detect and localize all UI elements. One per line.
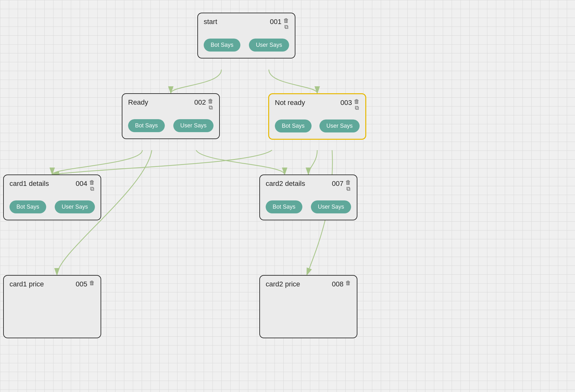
- node-not-ready-copy-btn[interactable]: ⧉: [354, 105, 360, 111]
- flow-canvas: start 001 🗑 ⧉ Bot Says User Says Ready 0…: [0, 0, 575, 392]
- node-not-ready-delete-btn[interactable]: 🗑: [354, 99, 360, 104]
- node-card1-details: card1 details 004 🗑 ⧉ Bot Says User Says: [3, 175, 101, 220]
- node-card1-price-id-area: 005 🗑: [76, 280, 95, 288]
- node-ready-bot-btn[interactable]: Bot Says: [128, 119, 165, 132]
- node-ready-copy-btn[interactable]: ⧉: [208, 105, 213, 110]
- node-card2-details-icons: 🗑 ⧉: [345, 180, 351, 192]
- node-start-id-area: 001 🗑 ⧉: [270, 18, 289, 30]
- node-card2-price: card2 price 008 🗑: [259, 275, 357, 338]
- node-card2-details-id-area: 007 🗑 ⧉: [332, 180, 351, 192]
- node-card2-price-icons: 🗑: [345, 280, 351, 286]
- node-not-ready-user-btn[interactable]: User Says: [319, 119, 360, 132]
- node-card2-details-id: 007: [332, 180, 343, 188]
- node-card1-details-id-area: 004 🗑 ⧉: [76, 180, 95, 192]
- node-card1-price-title: card1 price: [9, 280, 44, 288]
- node-card2-details-user-btn[interactable]: User Says: [311, 200, 351, 213]
- node-start: start 001 🗑 ⧉ Bot Says User Says: [197, 13, 295, 58]
- node-not-ready-icons: 🗑 ⧉: [354, 99, 360, 111]
- node-start-user-btn[interactable]: User Says: [249, 39, 289, 52]
- node-card2-price-header: card2 price 008 🗑: [266, 280, 351, 288]
- node-start-bot-btn[interactable]: Bot Says: [204, 39, 240, 52]
- node-start-title: start: [204, 18, 217, 26]
- node-start-id: 001: [270, 18, 281, 26]
- node-card2-price-id: 008: [332, 280, 343, 288]
- node-card2-details: card2 details 007 🗑 ⧉ Bot Says User Says: [259, 175, 357, 220]
- node-card2-details-header: card2 details 007 🗑 ⧉: [266, 180, 351, 192]
- node-ready-icons: 🗑 ⧉: [208, 98, 213, 110]
- node-card1-details-copy-btn[interactable]: ⧉: [89, 186, 95, 192]
- node-card2-details-buttons: Bot Says User Says: [266, 200, 351, 213]
- node-not-ready-id: 003: [340, 99, 352, 107]
- node-not-ready: Not ready 003 🗑 ⧉ Bot Says User Says: [268, 93, 366, 140]
- node-card1-price-id: 005: [76, 280, 87, 288]
- node-ready-buttons: Bot Says User Says: [128, 119, 213, 132]
- node-card2-details-title: card2 details: [266, 180, 305, 188]
- node-card1-details-title: card1 details: [9, 180, 49, 188]
- node-ready-user-btn[interactable]: User Says: [173, 119, 213, 132]
- node-card2-price-delete-btn[interactable]: 🗑: [345, 280, 351, 286]
- node-card1-details-id: 004: [76, 180, 87, 188]
- node-start-icons: 🗑 ⧉: [283, 18, 289, 30]
- node-ready-id-area: 002 🗑 ⧉: [194, 98, 213, 110]
- node-card2-details-delete-btn[interactable]: 🗑: [345, 180, 351, 185]
- node-not-ready-bot-btn[interactable]: Bot Says: [275, 119, 312, 132]
- node-card2-details-copy-btn[interactable]: ⧉: [345, 186, 351, 192]
- node-not-ready-id-area: 003 🗑 ⧉: [340, 99, 360, 111]
- node-card2-price-id-area: 008 🗑: [332, 280, 351, 288]
- node-card1-details-icons: 🗑 ⧉: [89, 180, 95, 192]
- node-card1-details-delete-btn[interactable]: 🗑: [89, 180, 95, 185]
- node-card1-price-delete-btn[interactable]: 🗑: [89, 280, 95, 286]
- node-card1-details-buttons: Bot Says User Says: [9, 200, 95, 213]
- node-start-delete-btn[interactable]: 🗑: [283, 18, 289, 23]
- node-card2-price-title: card2 price: [266, 280, 300, 288]
- node-start-header: start 001 🗑 ⧉: [204, 18, 289, 30]
- node-card2-details-bot-btn[interactable]: Bot Says: [266, 200, 302, 213]
- node-card1-details-user-btn[interactable]: User Says: [55, 200, 95, 213]
- node-card1-price-header: card1 price 005 🗑: [9, 280, 95, 288]
- node-not-ready-header: Not ready 003 🗑 ⧉: [275, 99, 360, 111]
- node-start-buttons: Bot Says User Says: [204, 39, 289, 52]
- node-ready-title: Ready: [128, 98, 148, 107]
- node-card1-details-header: card1 details 004 🗑 ⧉: [9, 180, 95, 192]
- node-not-ready-title: Not ready: [275, 99, 305, 107]
- node-ready: Ready 002 🗑 ⧉ Bot Says User Says: [122, 93, 220, 139]
- node-ready-header: Ready 002 🗑 ⧉: [128, 98, 213, 110]
- node-card1-price-icons: 🗑: [89, 280, 95, 286]
- node-not-ready-buttons: Bot Says User Says: [275, 119, 360, 132]
- node-ready-delete-btn[interactable]: 🗑: [208, 98, 213, 104]
- node-start-copy-btn[interactable]: ⧉: [283, 24, 289, 30]
- node-card1-price: card1 price 005 🗑: [3, 275, 101, 338]
- node-card1-details-bot-btn[interactable]: Bot Says: [9, 200, 46, 213]
- node-ready-id: 002: [194, 98, 206, 107]
